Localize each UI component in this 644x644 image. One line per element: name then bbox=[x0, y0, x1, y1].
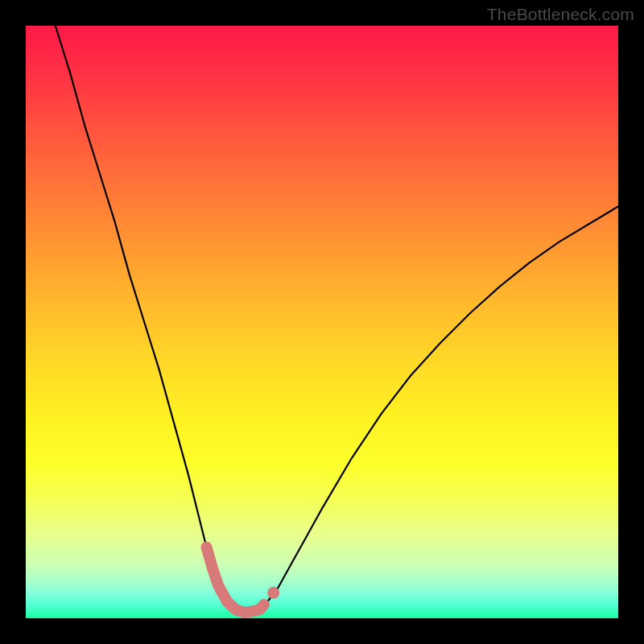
highlight-segment bbox=[206, 547, 263, 613]
highlight-point-icon bbox=[267, 587, 279, 599]
plot-area bbox=[26, 26, 618, 618]
watermark-text: TheBottleneck.com bbox=[487, 5, 634, 24]
chart-frame: TheBottleneck.com bbox=[0, 0, 644, 644]
bottleneck-curve bbox=[56, 26, 618, 613]
curve-layer bbox=[26, 26, 618, 618]
